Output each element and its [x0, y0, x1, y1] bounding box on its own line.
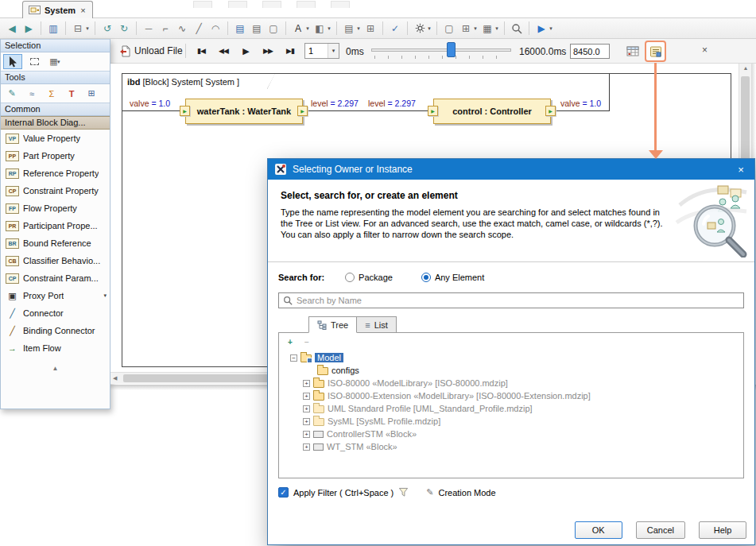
palette-scroll-up-button[interactable]: ▲ — [1, 362, 110, 374]
port-control-in[interactable]: ▶ — [428, 106, 438, 116]
palette-item-part-property[interactable]: PP Part Property — [1, 147, 110, 165]
scroll-left-icon[interactable]: ◀ — [113, 375, 117, 381]
expand-expander-icon[interactable]: + — [303, 405, 310, 412]
validate-icon[interactable]: ✓ — [387, 21, 403, 37]
cropped-toolbar-button[interactable] — [193, 1, 212, 8]
palette-item-flow-property[interactable]: FP Flow Property — [1, 199, 110, 217]
palette-item-bound-reference[interactable]: BR Bound Reference — [1, 234, 110, 252]
tab-tree[interactable]: Tree — [308, 316, 357, 333]
layout-tool-icon[interactable]: ⊞ — [83, 87, 100, 101]
collapse-all-icon[interactable]: − — [301, 336, 312, 347]
tree-item-iso80000[interactable]: + ISO-80000 «ModelLibrary» [ISO-80000.md… — [279, 377, 743, 389]
draw-oblique-icon[interactable]: ╱ — [191, 21, 207, 37]
palette-item-item-flow[interactable]: → Item Flow — [1, 339, 110, 357]
expand-expander-icon[interactable]: + — [303, 431, 310, 438]
tools-panel-header[interactable]: Tools — [1, 71, 110, 84]
simulation-close-icon[interactable]: × — [702, 45, 708, 56]
frame-header[interactable]: ibd [Block] System[ System ] — [122, 74, 275, 89]
port-control-out[interactable]: ▶ — [545, 106, 556, 116]
dropdown-caret-icon[interactable]: ▾ — [548, 25, 554, 32]
settings-gear-icon[interactable] — [412, 21, 428, 37]
radio-package[interactable] — [345, 273, 355, 282]
copy-icon[interactable]: ▤ — [232, 21, 248, 37]
select-caret-icon[interactable]: ▾ — [328, 44, 339, 58]
report-icon[interactable]: ▢ — [441, 21, 457, 37]
slider-handle[interactable] — [447, 42, 456, 57]
scroll-up-icon[interactable]: ▲ — [739, 65, 752, 71]
cropped-toolbar-button[interactable] — [228, 1, 247, 8]
palette-group-internal-block-diagram[interactable]: Internal Block Diag... — [1, 116, 110, 130]
draw-line-icon[interactable]: ─ — [141, 21, 157, 37]
dialog-close-icon[interactable]: × — [727, 159, 754, 180]
tab-system-diagram[interactable]: System × — [22, 1, 93, 18]
palette-item-connector[interactable]: ╱ Connector — [1, 304, 110, 322]
selection-panel-header[interactable]: Selection — [1, 39, 110, 52]
tab-list[interactable]: ≡ List — [357, 316, 397, 333]
play-button[interactable]: ▶ — [236, 43, 255, 59]
help-button[interactable]: Help — [699, 521, 746, 539]
expand-expander-icon[interactable]: + — [303, 443, 310, 451]
tab-close-icon[interactable]: × — [79, 6, 86, 15]
ok-button[interactable]: OK — [575, 521, 622, 539]
palette-item-proxy-port[interactable]: ▣ Proxy Port ▾ — [1, 287, 110, 304]
sum-tool-icon[interactable]: Σ — [43, 87, 60, 101]
apply-filter-label[interactable]: Apply Filter ( Ctrl+Space ) — [293, 488, 394, 498]
tree-item-wtstm[interactable]: + WT_STM «Block» — [279, 440, 743, 453]
step-to-start-button[interactable]: ▮◀ — [192, 43, 211, 59]
related-elements-icon[interactable]: ⊟ — [70, 21, 86, 37]
text-tool-icon[interactable]: T — [63, 87, 80, 101]
tree-item-uml-standard-profile[interactable]: + UML Standard Profile [UML_Standard_Pro… — [279, 402, 743, 415]
pointer-tool-button[interactable] — [3, 54, 22, 69]
dropdown-caret-icon[interactable]: ▾ — [304, 25, 311, 32]
dialog-title-bar[interactable]: Selecting Owner or Instance × — [268, 159, 754, 180]
palette-item-value-property[interactable]: VP Value Property — [1, 130, 110, 147]
cropped-toolbar-button[interactable] — [331, 1, 350, 8]
creation-mode-icon[interactable]: ✎ — [426, 487, 433, 498]
paste-style-icon[interactable]: ▤ — [341, 21, 357, 37]
cropped-toolbar-button[interactable] — [297, 1, 316, 8]
undo-icon[interactable]: ↺ — [99, 21, 115, 37]
dropdown-caret-icon[interactable]: ▾ — [494, 25, 500, 32]
search-icon[interactable] — [509, 21, 525, 37]
step-to-end-button[interactable]: ▶▮ — [281, 43, 300, 59]
redo-icon[interactable]: ↻ — [116, 21, 132, 37]
expand-expander-icon[interactable]: + — [303, 393, 310, 400]
current-time-input[interactable] — [570, 44, 610, 59]
collapse-expander-icon[interactable]: − — [290, 354, 297, 362]
connector-line[interactable] — [609, 74, 610, 111]
time-slider[interactable] — [370, 42, 513, 60]
radio-any-element[interactable] — [421, 273, 431, 282]
palette-item-constraint-property[interactable]: CP Constraint Property — [1, 182, 110, 199]
select-instance-icon[interactable] — [649, 45, 663, 59]
grid-select-button[interactable]: ▦▾ — [46, 54, 65, 69]
expand-all-icon[interactable]: + — [285, 336, 296, 347]
dropdown-caret-icon[interactable]: ▾ — [326, 25, 332, 32]
dropdown-caret-icon[interactable]: ▾ — [103, 292, 107, 299]
tree-item-configs[interactable]: configs — [279, 364, 743, 377]
cropped-toolbar-button[interactable] — [262, 1, 281, 8]
port-watertank-in[interactable]: ▶ — [180, 106, 190, 116]
palette-item-classifier-behavior[interactable]: CB Classifier Behavio... — [1, 252, 110, 269]
draw-rectilinear-icon[interactable]: ⌐ — [157, 21, 173, 37]
palette-item-constraint-parameter[interactable]: CP Constraint Param... — [1, 269, 110, 287]
filter-funnel-icon[interactable] — [398, 487, 409, 498]
search-input[interactable] — [297, 296, 739, 305]
palette-item-binding-connector[interactable]: ╱ Binding Connector — [1, 322, 110, 339]
marquee-select-button[interactable] — [25, 54, 44, 69]
grid-options-icon[interactable]: ⊞ — [458, 21, 474, 37]
dropdown-caret-icon[interactable]: ▾ — [84, 25, 91, 32]
dropdown-caret-icon[interactable]: ▾ — [426, 25, 432, 32]
navigate-back-icon[interactable]: ◀ — [4, 21, 20, 37]
part-watertank[interactable]: waterTank : WaterTank — [185, 99, 303, 124]
cancel-button[interactable]: Cancel — [636, 521, 685, 539]
connector-line[interactable] — [556, 110, 610, 111]
creation-mode-label[interactable]: Creation Mode — [438, 488, 495, 498]
run-simulation-icon[interactable]: ▶ — [533, 21, 549, 37]
connector-line[interactable] — [122, 110, 180, 111]
tree-item-iso80000-extension[interactable]: + ISO-80000-Extension «ModelLibrary» [IS… — [279, 389, 743, 402]
palette-item-reference-property[interactable]: RP Reference Property — [1, 165, 110, 182]
dropdown-caret-icon[interactable]: ▾ — [355, 25, 362, 32]
connector-line[interactable] — [308, 110, 428, 111]
expand-expander-icon[interactable]: + — [303, 380, 310, 387]
font-icon[interactable]: A — [290, 21, 306, 37]
